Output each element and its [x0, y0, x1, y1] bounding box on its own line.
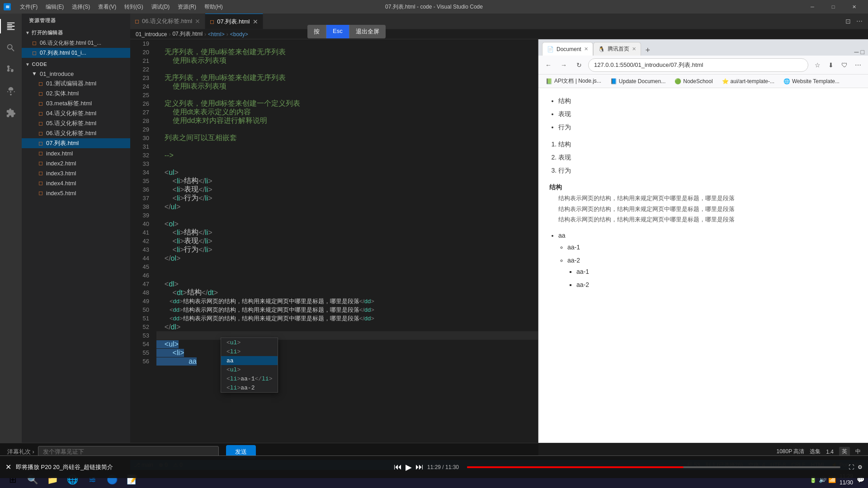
menu-file[interactable]: 文件(F)	[16, 2, 41, 12]
title-bar: ≋ 文件(F) 编辑(E) 选择(S) 查看(V) 转到(G) 调试(D) 资源…	[0, 0, 868, 14]
tab-close-icon[interactable]: ✕	[195, 18, 200, 25]
breadcrumb-introduce[interactable]: 01_introduce	[136, 31, 167, 38]
activity-search[interactable]	[0, 37, 22, 59]
file-01[interactable]: ◻ 01.测试编辑器.html	[22, 79, 130, 89]
video-close-icon[interactable]: ✕	[5, 463, 11, 471]
menu-edit[interactable]: 编辑(E)	[42, 2, 67, 12]
open-file-06[interactable]: ◻ 06.语义化标签.html 01_... ✕	[22, 38, 130, 48]
browser-tab-close-icon[interactable]: ✕	[632, 46, 636, 52]
browser-download-icon[interactable]: ⬇	[825, 59, 837, 71]
quality-label[interactable]: 1080P 高清	[776, 448, 804, 455]
code-line: <dd>结构表示网页的结构，结构用来规定网页中哪里是标题，哪里是段落</dd>	[156, 297, 538, 305]
open-editors-section[interactable]: ▼ 打开的编辑器	[22, 28, 130, 38]
file-index5[interactable]: ◻ index5.html	[22, 188, 130, 198]
file-03[interactable]: ◻ 03.meta标签.html	[22, 99, 130, 108]
file-index3[interactable]: ◻ index3.html	[22, 168, 130, 178]
browser-tab-document[interactable]: 📄 Document ✕	[542, 42, 593, 56]
file-label: index4.html	[46, 180, 76, 187]
menu-select[interactable]: 选择(S)	[68, 2, 94, 12]
browser-tab-tencent[interactable]: 🐧 腾讯首页 ✕	[593, 42, 641, 56]
tab-07[interactable]: ◻ 07.列表.html ✕	[205, 14, 263, 29]
address-input[interactable]	[588, 58, 808, 72]
bookmark-update[interactable]: 📘 Update Documen...	[607, 77, 669, 85]
browser-tab-close-icon[interactable]: ✕	[584, 46, 588, 52]
key-exit-fullscreen[interactable]: 退出全屏	[349, 25, 386, 38]
bookmark-nodejs[interactable]: 📗 API文档 | Node.js...	[542, 76, 605, 86]
video-fullscreen-icon[interactable]: ⛶	[849, 464, 854, 470]
menu-help[interactable]: 帮助(H)	[201, 2, 226, 12]
ol-item: 结构	[558, 139, 857, 150]
window-controls[interactable]: ─ □ ✕	[802, 0, 864, 14]
maximize-button[interactable]: □	[823, 0, 844, 14]
new-tab-button[interactable]: +	[641, 45, 655, 56]
back-button[interactable]: ←	[542, 59, 555, 71]
browser-star-icon[interactable]: ☆	[811, 59, 824, 71]
code-section-header[interactable]: ▼ CODE	[22, 60, 130, 69]
file-06[interactable]: ◻ 06.语义化标签.html	[22, 128, 130, 138]
browser-shield-icon[interactable]: 🛡	[838, 59, 851, 71]
code-line: 无序列表，使用ul标签来创建无序列表	[156, 74, 538, 82]
autocomplete-item-active[interactable]: aa	[221, 356, 278, 365]
resolution-label[interactable]: 1.4	[826, 449, 834, 455]
autocomplete-popup[interactable]: <ul> <li> aa <ul> <li>aa-1</li> <li>aa-2	[221, 338, 278, 393]
bookmark-nodeschool[interactable]: 🟢 NodeSchool	[671, 77, 716, 85]
code-content[interactable]: 无序列表，使用ul标签来创建无序列表 使用li表示列表项 无序列表，使用ul标签…	[153, 39, 538, 460]
breadcrumb-html[interactable]: <html>	[208, 31, 225, 38]
open-file-07[interactable]: ◻ 07.列表.html 01_i... ✕	[22, 48, 130, 58]
autocomplete-item[interactable]: <ul>	[221, 365, 278, 374]
bookmark-aui[interactable]: ⭐ aui/art-template-...	[718, 77, 778, 85]
file-05[interactable]: ◻ 05.语义化标签.html	[22, 118, 130, 128]
line-num: 41	[134, 228, 149, 237]
browser-maximize-icon[interactable]: □	[861, 48, 864, 56]
file-02[interactable]: ◻ 02.实体.html	[22, 89, 130, 99]
menu-view[interactable]: 查看(V)	[94, 2, 120, 12]
browser-more-icon[interactable]: ⋯	[852, 59, 864, 71]
code-line: </ul>	[156, 202, 538, 211]
autocomplete-item[interactable]: <li>	[221, 347, 278, 356]
video-next-button[interactable]: ⏭	[415, 462, 424, 472]
browser-minimize-icon[interactable]: ─	[854, 48, 859, 56]
video-progress[interactable]	[467, 466, 840, 468]
forward-button[interactable]: →	[557, 59, 570, 71]
file-index2[interactable]: ◻ index2.html	[22, 158, 130, 168]
video-settings-icon[interactable]: ⚙	[858, 464, 863, 470]
folder-01-introduce[interactable]: ▼ 01_introduce	[22, 69, 130, 79]
autocomplete-item[interactable]: <ul>	[221, 338, 278, 347]
key-esc[interactable]: Esc	[326, 25, 349, 38]
chinese-ime-icon[interactable]: 中	[855, 448, 861, 455]
select-label[interactable]: 选集	[810, 448, 821, 455]
file-07[interactable]: ◻ 07.列表.html	[22, 138, 130, 148]
menu-resource[interactable]: 资源(R)	[174, 2, 200, 12]
file-index[interactable]: ◻ index.html	[22, 148, 130, 158]
code-line	[156, 271, 538, 280]
file-04[interactable]: ◻ 04.语义化标签.html	[22, 108, 130, 118]
activity-debug[interactable]	[0, 80, 22, 102]
close-button[interactable]: ✕	[844, 0, 864, 14]
video-prev-button[interactable]: ⏮	[394, 462, 402, 472]
menu-goto[interactable]: 转到(G)	[121, 2, 146, 12]
more-actions-icon[interactable]: ⋯	[854, 18, 864, 25]
tab-06[interactable]: ◻ 06.语义化标签.html ✕	[130, 14, 205, 29]
autocomplete-item[interactable]: <li>aa-2	[221, 383, 278, 392]
key-press[interactable]: 按	[307, 25, 326, 38]
tab-close-icon[interactable]: ✕	[253, 18, 258, 25]
code-editor[interactable]: 19 20 21 22 23 24 25 26 27 28 29 30 31 3…	[130, 39, 538, 460]
code-line: <li>表现</li>	[156, 185, 538, 194]
activity-extensions[interactable]	[0, 102, 22, 124]
bookmark-website[interactable]: 🌐 Website Template...	[780, 77, 843, 85]
minimize-button[interactable]: ─	[802, 0, 823, 14]
line-num: 33	[134, 160, 149, 168]
activity-explorer[interactable]	[0, 15, 22, 37]
file-index4[interactable]: ◻ index4.html	[22, 178, 130, 188]
breadcrumb-body[interactable]: <body>	[230, 31, 248, 38]
ime-label[interactable]: 英	[839, 447, 850, 456]
menu-bar[interactable]: 文件(F) 编辑(E) 选择(S) 查看(V) 转到(G) 调试(D) 资源(R…	[16, 2, 226, 12]
activity-source-control[interactable]	[0, 59, 22, 80]
breadcrumb-file[interactable]: 07.列表.html	[172, 30, 203, 38]
split-editor-icon[interactable]: ⊡	[844, 18, 853, 25]
autocomplete-item[interactable]: <li>aa-1</li>	[221, 374, 278, 383]
code-line: <li>结构</li>	[156, 228, 538, 237]
reload-button[interactable]: ↻	[573, 59, 585, 71]
menu-debug[interactable]: 调试(D)	[148, 2, 174, 12]
video-play-button[interactable]: ▶	[406, 462, 412, 472]
